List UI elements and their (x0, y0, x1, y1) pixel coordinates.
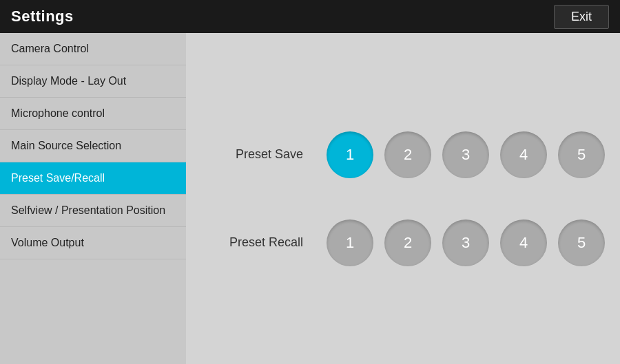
preset-save-btn-2[interactable]: 2 (384, 131, 431, 178)
preset-recall-row: Preset Recall 12345 (214, 220, 605, 266)
preset-save-btn-4[interactable]: 4 (500, 131, 547, 178)
preset-save-buttons: 12345 (327, 131, 605, 178)
exit-button[interactable]: Exit (554, 5, 609, 29)
preset-save-btn-1[interactable]: 1 (327, 131, 373, 178)
sidebar-item-main-source-selection[interactable]: Main Source Selection (0, 130, 186, 162)
preset-recall-btn-2[interactable]: 2 (384, 220, 431, 266)
body: Camera ControlDisplay Mode - Lay OutMicr… (0, 33, 620, 364)
sidebar-item-display-mode[interactable]: Display Mode - Lay Out (0, 65, 186, 98)
preset-recall-btn-3[interactable]: 3 (442, 220, 489, 266)
app-title: Settings (11, 8, 74, 25)
preset-recall-btn-1[interactable]: 1 (327, 220, 373, 266)
preset-save-label: Preset Save (214, 147, 303, 162)
preset-recall-buttons: 12345 (327, 220, 605, 266)
preset-recall-label: Preset Recall (214, 235, 303, 250)
preset-save-row: Preset Save 12345 (214, 131, 605, 178)
sidebar-item-microphone-control[interactable]: Microphone control (0, 98, 186, 130)
preset-save-btn-3[interactable]: 3 (442, 131, 489, 178)
sidebar-item-camera-control[interactable]: Camera Control (0, 33, 186, 65)
sidebar-item-preset-save-recall[interactable]: Preset Save/Recall (0, 162, 186, 195)
sidebar: Camera ControlDisplay Mode - Lay OutMicr… (0, 33, 186, 364)
sidebar-item-volume-output[interactable]: Volume Output (0, 227, 186, 259)
header: Settings Exit (0, 0, 620, 33)
preset-recall-btn-5[interactable]: 5 (558, 220, 605, 266)
main-content: Preset Save 12345 Preset Recall 12345 (186, 33, 620, 364)
sidebar-item-selfview-presentation[interactable]: Selfview / Presentation Position (0, 195, 186, 227)
preset-save-btn-5[interactable]: 5 (558, 131, 605, 178)
preset-recall-btn-4[interactable]: 4 (500, 220, 547, 266)
